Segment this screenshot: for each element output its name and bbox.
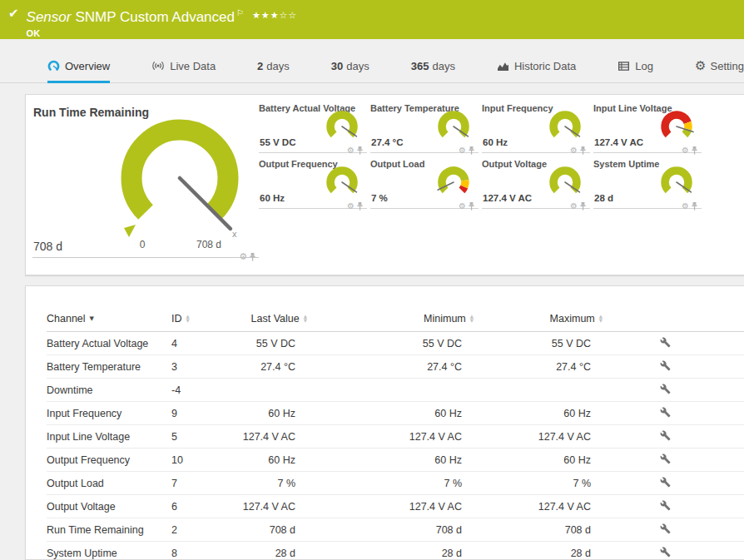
pin-icon[interactable]	[250, 253, 255, 261]
sort-toggle-icon: ▲▼	[186, 315, 190, 322]
gauge	[322, 109, 362, 151]
channel-settings-wrench-icon[interactable]	[660, 384, 671, 394]
channel-settings-wrench-icon[interactable]	[660, 407, 671, 418]
live-data-icon	[151, 60, 165, 72]
channel-settings-wrench-icon[interactable]	[660, 453, 671, 464]
gauge-min-arrow	[124, 225, 136, 237]
sensor-status-text: OK	[27, 28, 298, 38]
gauge-dial	[322, 109, 362, 147]
gauge-value: 127.4 V AC	[483, 193, 532, 203]
sort-toggle-icon: ▲▼	[470, 315, 474, 322]
gauge-tile-input-line-voltage: Input Line Voltage127.4 V AC⚙	[593, 101, 702, 153]
column-header-minimum[interactable]: Minimum▲▼	[307, 313, 474, 325]
tab-number: 2	[257, 60, 263, 72]
tab-365-days[interactable]: 365days	[411, 57, 455, 82]
channel-maximum: 27.4 °C	[474, 361, 603, 373]
gauge	[657, 109, 697, 151]
pin-icon[interactable]	[357, 202, 363, 211]
channel-minimum: 55 V DC	[307, 338, 474, 349]
channel-minimum: 28 d	[307, 548, 474, 559]
tab-overview[interactable]: Overview	[47, 57, 110, 83]
channel-row-downtime: Downtime-4	[47, 379, 744, 402]
channel-id: 2	[171, 524, 216, 536]
pin-icon[interactable]	[692, 202, 697, 211]
historic-data-icon	[497, 61, 509, 72]
tile-actions: ⚙	[347, 202, 363, 211]
tab-settings[interactable]: ⚙Settings	[695, 57, 744, 82]
pin-icon[interactable]	[692, 146, 697, 155]
gear-icon[interactable]: ⚙	[347, 202, 355, 211]
tab-historic-data[interactable]: Historic Data	[497, 57, 576, 82]
gauge-tile-system-uptime: System Uptime28 d⚙	[593, 156, 702, 209]
channel-name: Input Line Voltage	[47, 431, 171, 443]
gauge	[545, 165, 585, 206]
tab-label: Log	[635, 60, 653, 72]
channel-minimum: 27.4 °C	[307, 361, 474, 373]
gear-icon[interactable]: ⚙	[459, 146, 466, 155]
gear-icon: ⚙	[695, 58, 706, 73]
gauge-value: 27.4 °C	[371, 137, 403, 147]
channel-settings-wrench-icon[interactable]	[660, 547, 671, 558]
gauge	[434, 109, 474, 151]
column-header-maximum[interactable]: Maximum▲▼	[474, 313, 603, 325]
channel-settings-wrench-icon[interactable]	[660, 477, 671, 488]
channel-id: 8	[171, 548, 216, 559]
channel-last-value: 28 d	[216, 548, 307, 559]
pin-icon[interactable]	[580, 202, 586, 211]
gauge-tile-input-frequency: Input Frequency60 Hz⚙	[482, 101, 590, 153]
gear-icon[interactable]: ⚙	[347, 146, 355, 155]
tile-actions: ⚙	[347, 146, 363, 155]
tab-label: Overview	[65, 60, 110, 72]
tab-label: days	[266, 60, 289, 72]
pin-icon[interactable]	[469, 202, 474, 211]
channel-maximum: 127.4 V AC	[474, 431, 603, 443]
sensor-title: SNMP Custom Advanced	[75, 9, 235, 25]
channel-settings-wrench-icon[interactable]	[660, 337, 671, 348]
channel-name: Battery Temperature	[47, 361, 171, 373]
gauge-value: 60 Hz	[483, 137, 508, 147]
gear-icon[interactable]: ⚙	[570, 202, 578, 211]
gear-icon[interactable]: ⚙	[570, 146, 578, 155]
gauge	[545, 109, 585, 151]
primary-gauge-value: 708 d	[33, 240, 62, 253]
tab-log[interactable]: Log	[618, 57, 653, 82]
channel-last-value: 60 Hz	[216, 454, 307, 466]
gear-icon[interactable]: ⚙	[239, 252, 247, 261]
tab-30-days[interactable]: 30days	[331, 57, 370, 82]
gear-icon[interactable]: ⚙	[682, 202, 689, 211]
tab-live-data[interactable]: Live Data	[151, 57, 216, 82]
object-kind-label: Sensor	[27, 9, 72, 25]
channel-name: Run Time Remaining	[47, 524, 171, 536]
tab-label: days	[432, 60, 454, 72]
column-header-id[interactable]: ID▲▼	[171, 313, 216, 325]
column-header-last-value[interactable]: Last Value▲▼	[216, 313, 307, 325]
flag-icon[interactable]: ⚐	[236, 8, 244, 17]
column-header-channel[interactable]: Channel▼	[47, 313, 171, 325]
tile-actions: ⚙	[239, 252, 255, 261]
channel-id: 4	[171, 338, 216, 349]
channel-name: System Uptime	[47, 548, 171, 559]
channel-settings-wrench-icon[interactable]	[660, 430, 671, 441]
pin-icon[interactable]	[469, 146, 474, 155]
channel-settings-wrench-icon[interactable]	[660, 500, 671, 511]
gauge-dial	[322, 165, 362, 203]
table-header-row: Channel▼ID▲▼Last Value▲▼Minimum▲▼Maximum…	[47, 306, 744, 332]
gauges-panel: Run Time Remaining x 708 d 0 708 d ⚙ Bat…	[25, 94, 744, 275]
pin-icon[interactable]	[357, 146, 363, 155]
tab-2-days[interactable]: 2days	[257, 57, 290, 82]
gear-icon[interactable]: ⚙	[682, 146, 689, 155]
sort-toggle-icon: ▲▼	[599, 315, 603, 322]
pin-icon[interactable]	[580, 146, 586, 155]
gauge-dial	[434, 165, 474, 203]
channel-settings-wrench-icon[interactable]	[660, 360, 671, 371]
gear-icon[interactable]: ⚙	[459, 202, 466, 211]
channel-row-run-time-remaining: Run Time Remaining2708 d708 d708 d	[47, 518, 744, 542]
channel-last-value: 708 d	[216, 524, 307, 536]
primary-gauge-scale-max: 708 d	[187, 239, 231, 250]
priority-stars[interactable]: ★★★☆☆	[252, 10, 297, 21]
gauge-tile-battery-actual-voltage: Battery Actual Voltage55 V DC⚙	[259, 101, 367, 153]
channel-id: 9	[171, 408, 216, 419]
gauge-tile-battery-temperature: Battery Temperature27.4 °C⚙	[370, 101, 479, 153]
channel-settings-wrench-icon[interactable]	[660, 523, 671, 534]
channel-name: Output Load	[47, 478, 171, 489]
